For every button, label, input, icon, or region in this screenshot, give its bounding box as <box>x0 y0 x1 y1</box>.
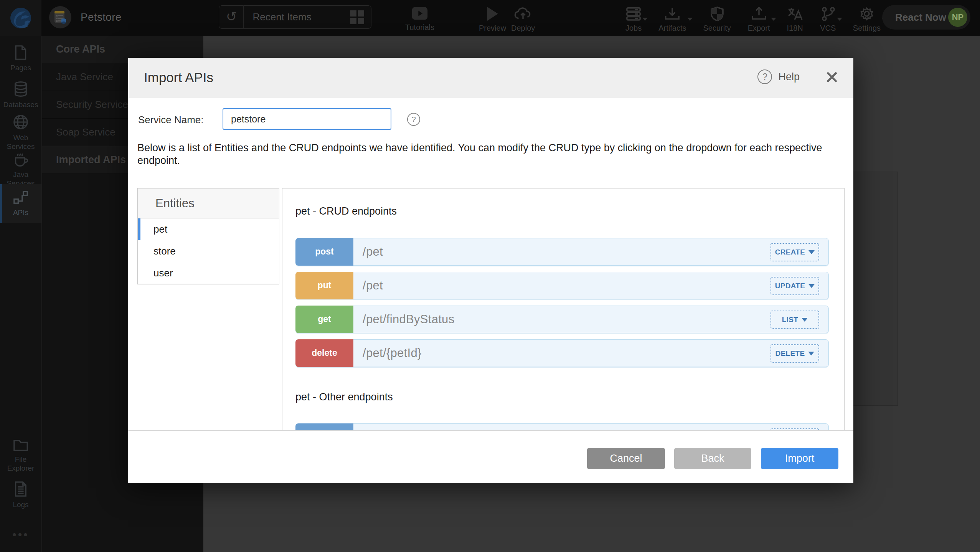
endpoint-row-delete-petid: delete /pet/{petId} DELETE <box>295 339 829 367</box>
preview-button[interactable]: Preview <box>479 6 506 33</box>
sidebar-item-label: Web Services <box>2 133 39 151</box>
deploy-icon <box>514 6 532 21</box>
artifacts-label: Artifacts <box>658 24 686 33</box>
i18n-label: I18N <box>787 24 803 33</box>
react-now-button[interactable]: React Now NP <box>882 5 970 30</box>
crud-type-dropdown[interactable]: DELETE <box>770 344 819 363</box>
tutorials-button[interactable]: Tutorials <box>405 6 434 32</box>
artifacts-icon <box>664 6 680 21</box>
endpoint-row-put-pet: put /pet UPDATE <box>295 272 829 299</box>
deploy-label: Deploy <box>511 24 535 33</box>
databases-icon <box>13 81 28 97</box>
service-name-input[interactable] <box>223 108 391 130</box>
tutorials-label: Tutorials <box>405 23 434 32</box>
import-apis-modal: Import APIs ? Help Service Name: ? Below… <box>128 58 853 483</box>
project-icon <box>49 6 71 28</box>
crud-type-value: CREATE <box>775 248 805 256</box>
endpoint-row-post-pet: post /pet CREATE <box>295 238 829 266</box>
help-label: Help <box>778 71 800 83</box>
help-button[interactable]: ? Help <box>757 69 800 84</box>
chevron-down-icon <box>771 18 776 21</box>
endpoint-path: /pet <box>363 279 383 293</box>
history-icon: ↺ <box>219 10 243 25</box>
tutorials-icon <box>411 6 428 21</box>
artifacts-button[interactable]: Artifacts <box>658 6 686 33</box>
method-badge: delete <box>295 339 353 367</box>
project-home[interactable]: Petstore <box>49 6 122 28</box>
sidebar-item-label: Pages <box>0 63 41 72</box>
sidebar-item-web-services[interactable]: Web Services <box>0 114 41 151</box>
endpoint-row-get-findbystatus: get /pet/findByStatus LIST <box>295 306 829 333</box>
caret-down-icon <box>808 284 815 288</box>
export-label: Export <box>748 24 770 33</box>
caret-down-icon <box>802 318 808 322</box>
crud-type-dropdown[interactable]: UPDATE <box>770 277 819 295</box>
method-badge: put <box>295 272 353 299</box>
recent-items-label: Recent Items <box>244 11 351 23</box>
close-icon <box>825 70 839 84</box>
sidebar-overflow-menu[interactable]: ••• <box>0 528 41 541</box>
vcs-button[interactable]: VCS <box>820 6 836 33</box>
settings-button[interactable]: Settings <box>853 6 881 33</box>
crud-type-value: UPDATE <box>775 282 805 290</box>
sidebar-item-java-services[interactable]: Java Services <box>0 152 41 188</box>
sidebar-item-logs[interactable]: Logs <box>0 481 41 509</box>
endpoint-row-partial <box>295 423 829 430</box>
sidebar-item-label: Logs <box>0 500 41 509</box>
import-button[interactable]: Import <box>761 448 838 469</box>
crud-type-value: LIST <box>782 316 798 324</box>
sidebar-item-apis[interactable]: APIs <box>0 184 41 223</box>
entity-row-user[interactable]: user <box>138 262 279 284</box>
chevron-down-icon <box>687 18 693 21</box>
modal-description: Below is a list of Entities and the CRUD… <box>137 142 845 167</box>
endpoint-path: /pet <box>363 245 383 259</box>
modal-title: Import APIs <box>144 70 213 85</box>
service-name-help-icon[interactable]: ? <box>407 113 420 126</box>
caret-down-icon <box>808 352 814 355</box>
method-badge <box>295 423 353 431</box>
sidebar-item-pages[interactable]: Pages <box>0 45 41 72</box>
cancel-button[interactable]: Cancel <box>587 448 665 469</box>
close-button[interactable] <box>825 70 839 84</box>
endpoint-path: /pet/findByStatus <box>363 312 454 326</box>
i18n-icon <box>787 6 803 21</box>
method-badge: get <box>295 306 353 333</box>
help-icon: ? <box>757 69 772 84</box>
entity-row-pet[interactable]: pet <box>138 218 279 240</box>
main-sidebar: Pages Databases Web Services Java Servic… <box>0 36 41 552</box>
jobs-button[interactable]: Jobs <box>625 6 642 33</box>
chevron-down-icon <box>837 18 842 21</box>
grid-view-icon[interactable] <box>350 10 364 24</box>
entities-panel: Entities pet store user <box>137 188 279 284</box>
java-services-icon <box>13 152 29 167</box>
user-avatar[interactable]: NP <box>948 8 967 27</box>
security-label: Security <box>703 24 731 33</box>
entity-row-store[interactable]: store <box>138 240 279 262</box>
export-button[interactable]: Export <box>748 6 770 33</box>
sidebar-item-label: APIs <box>0 208 41 217</box>
preview-icon <box>486 6 500 21</box>
wave-logo-icon <box>9 6 33 30</box>
vcs-label: VCS <box>820 24 836 33</box>
sidebar-item-label: Databases <box>0 100 41 109</box>
file-explorer-icon <box>13 438 29 452</box>
security-button[interactable]: Security <box>703 6 731 33</box>
logs-icon <box>13 481 28 497</box>
sidebar-item-label: File Explorer <box>2 455 39 473</box>
crud-type-value: DELETE <box>775 349 805 358</box>
security-icon <box>709 6 725 21</box>
back-button[interactable]: Back <box>674 448 751 469</box>
sidebar-item-databases[interactable]: Databases <box>0 81 41 109</box>
chevron-down-icon <box>642 18 648 21</box>
export-icon <box>751 6 767 21</box>
deploy-button[interactable]: Deploy <box>511 6 535 33</box>
settings-icon <box>859 6 875 21</box>
crud-type-dropdown[interactable]: CREATE <box>770 243 819 261</box>
crud-type-dropdown[interactable]: LIST <box>770 311 819 329</box>
i18n-button[interactable]: I18N <box>787 6 803 33</box>
wavemaker-logo[interactable] <box>0 0 41 36</box>
recent-items-widget[interactable]: ↺ Recent Items <box>219 5 371 29</box>
endpoints-panel: pet - CRUD endpoints post /pet CREATE pu… <box>282 188 845 430</box>
topbar: Petstore ↺ Recent Items Tutorials Previe… <box>0 0 980 36</box>
sidebar-item-file-explorer[interactable]: File Explorer <box>0 438 41 473</box>
